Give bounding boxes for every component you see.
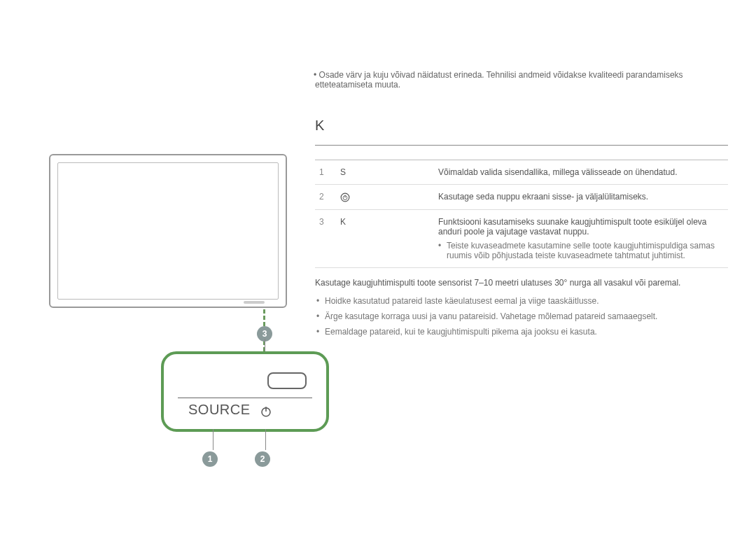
content-column: Osade värv ja kuju võivad näidatust erin… [301,70,728,432]
row-num: 1 [315,160,336,185]
th-desc [434,146,728,160]
callout-1: 1 [202,451,218,467]
connector-bottom-right [265,429,266,450]
row-name-power-icon [336,185,434,210]
monitor-outline [49,154,287,308]
controls-table: 1 S Võimaldab valida sisendallika, mille… [315,145,728,268]
row-num: 2 [315,185,336,210]
row-name: S [336,160,434,185]
row-desc: Võimaldab valida sisendallika, millega v… [434,160,728,185]
connector-top [265,339,265,351]
row-desc: Kasutage seda nuppu ekraani sisse- ja vä… [434,185,728,210]
connector-bottom-left [213,429,214,450]
row-num: 3 [315,209,336,267]
table-row: 3 K Funktsiooni kasutamiseks suunake kau… [315,209,728,267]
diagram-column: 3 SOURCE 1 2 [42,70,301,432]
section-title: K [315,118,728,134]
table-row: 1 S Võimaldab valida sisendallika, mille… [315,160,728,185]
row-desc: Funktsiooni kasutamiseks suunake kaugjuh… [434,209,728,267]
remote-sensor-slot [267,372,307,389]
power-icon [340,192,350,202]
source-button-label: SOURCE [188,402,251,418]
th-num [315,146,336,160]
row-desc-sub: Teiste kuvaseadmete kasutamine selle too… [438,241,724,260]
row-name: K [336,209,434,267]
disclaimer-note: Osade värv ja kuju võivad näidatust erin… [315,70,728,90]
list-item: Eemaldage patareid, kui te kaugjuhtimisp… [315,324,728,339]
table-row: 2 Kasutage seda nuppu ekraani sisse- ja … [315,185,728,210]
panel-divider [178,398,312,398]
battery-notes-list: Hoidke kasutatud patareid laste käeulatu… [315,293,728,339]
list-item: Ärge kasutage korraga uusi ja vanu patar… [315,309,728,324]
list-item: Hoidke kasutatud patareid laste käeulatu… [315,293,728,309]
row-desc-main: Funktsiooni kasutamiseks suunake kaugjuh… [438,217,707,237]
callout-2: 2 [255,451,270,467]
monitor-logo-slot [244,301,265,304]
control-panel-wrapper: 3 SOURCE 1 2 [161,351,301,432]
power-icon [260,405,272,418]
monitor-inner [57,162,279,300]
control-panel: SOURCE [161,351,329,432]
sensor-usage-note: Kasutage kaugjuhtimispulti toote sensori… [315,278,728,288]
th-name [336,146,434,160]
